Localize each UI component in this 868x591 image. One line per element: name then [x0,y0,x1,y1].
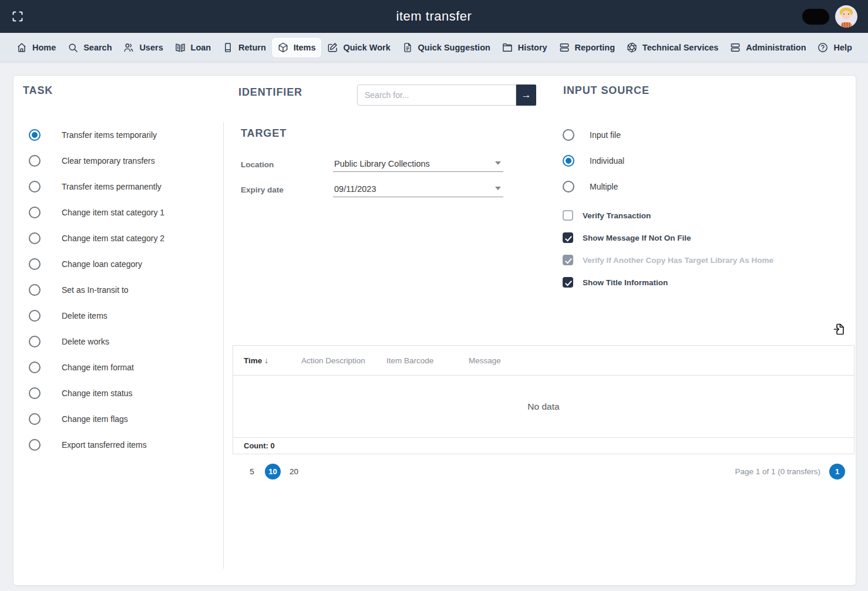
nav-label: Users [139,43,163,52]
location-value: Public Library Collections [334,159,430,168]
pagination-status: Page 1 of 1 (0 transfers) [735,467,820,476]
task-option-change-item-flags[interactable]: Change item flags [23,406,223,432]
nav-item-home[interactable]: Home [11,38,61,58]
fullscreen-icon[interactable] [11,9,26,24]
table-body: No data [233,376,854,437]
server-icon [729,42,741,53]
nav-label: Return [238,43,266,52]
nav-item-technical-services[interactable]: Technical Services [621,38,724,58]
task-option-set-as-in-transit-to[interactable]: Set as In-transit to [23,277,223,303]
input-source-label: Multiple [590,182,618,191]
location-field-row: Location Public Library Collections [241,147,536,172]
task-option-change-item-format[interactable]: Change item format [23,354,223,380]
location-select[interactable]: Public Library Collections [333,159,503,172]
radio-icon [29,129,41,141]
main-nav: Home Search Users Loan Return Items Quic… [0,33,868,62]
task-option-change-item-stat-category-2[interactable]: Change item stat category 2 [23,225,223,251]
input-source-option-input-file[interactable]: Input file [563,122,854,148]
task-option-change-loan-category[interactable]: Change loan category [23,251,223,277]
nav-item-quick-work[interactable]: Quick Work [321,38,395,58]
nav-label: Help [833,43,852,52]
task-option-label: Change item flags [62,414,128,424]
task-option-change-item-stat-category-1[interactable]: Change item stat category 1 [23,200,223,225]
avatar-face [842,11,851,19]
task-option-label: Change item stat category 2 [62,234,164,243]
input-source-option-multiple[interactable]: Multiple [563,174,854,200]
radio-icon [29,362,41,373]
show-title-information-checkbox[interactable]: Show Title Information [563,271,854,293]
checkbox-label: Verify Transaction [583,211,651,220]
expiry-date-select[interactable]: 09/11/2023 [333,184,503,197]
page-size-10-selected[interactable]: 10 [265,464,281,479]
input-source-options: Input file Individual Multiple [563,122,854,200]
task-option-clear-temporary-transfers[interactable]: Clear temporary transfers [23,148,223,174]
location-label: Location [241,160,333,172]
column-header-action-description: Action Description [301,356,386,365]
radio-icon [29,413,41,425]
task-section: TASK Transfer items temporarily Clear te… [14,76,223,585]
target-heading: TARGET [241,127,536,140]
task-option-label: Change item stat category 1 [62,208,164,217]
expiry-date-label: Expiry date [241,185,333,197]
checkbox-icon [563,232,573,243]
sort-desc-icon: ↓ [264,356,268,365]
table-header-row: Time↓ Action Description Item Barcode Me… [233,346,854,376]
radio-icon [29,207,41,218]
verify-transaction-checkbox[interactable]: Verify Transaction [563,204,854,227]
task-option-transfer-items-temporarily[interactable]: Transfer items temporarily [23,122,223,148]
column-header-time[interactable]: Time↓ [233,356,301,365]
cube-icon [277,42,289,53]
column-divider [223,122,224,569]
radio-icon [563,181,574,193]
input-source-section: INPUT SOURCE Input file Individual Multi… [563,85,854,310]
nav-label: Reporting [575,43,615,52]
book-open-icon [174,42,186,53]
export-file-icon[interactable] [832,322,846,336]
task-heading: TASK [23,85,223,97]
task-option-transfer-items-permanently[interactable]: Transfer items permanently [23,174,223,200]
verify-if-another-copy-has-target-library-as-home-checkbox: Verify If Another Copy Has Target Librar… [563,249,854,271]
checkbox-label: Verify If Another Copy Has Target Librar… [583,256,773,265]
page-size-5[interactable]: 5 [248,467,256,476]
radio-icon [29,387,41,399]
show-message-if-not-on-file-checkbox[interactable]: Show Message If Not On File [563,227,854,249]
main-region: IDENTIFIER → TARGET Location Public Libr… [223,76,856,585]
column-header-item-barcode: Item Barcode [386,356,469,365]
transfer-log-table: Time↓ Action Description Item Barcode Me… [233,345,854,454]
nav-item-users[interactable]: Users [117,38,168,58]
input-source-label: Individual [590,156,624,166]
task-option-export-transferred-items[interactable]: Export tansferred items [23,432,223,458]
task-option-change-item-status[interactable]: Change item status [23,380,223,406]
nav-item-administration[interactable]: Administration [724,38,811,58]
nav-item-loan[interactable]: Loan [169,38,217,58]
task-option-label: Transfer items permanently [62,182,162,191]
avatar-eyes [843,13,849,15]
search-input[interactable] [357,85,516,106]
nav-item-return[interactable]: Return [217,38,271,58]
nav-item-history[interactable]: History [496,38,553,58]
task-option-label: Transfer items temporarily [62,130,157,140]
username-badge [802,9,829,25]
input-source-option-individual[interactable]: Individual [563,148,854,174]
nav-item-reporting[interactable]: Reporting [553,38,620,58]
nav-item-quick-suggestion[interactable]: Quick Suggestion [396,38,496,58]
nav-label: Loan [191,43,211,52]
nav-item-items[interactable]: Items [272,38,321,58]
nav-label: Technical Services [642,43,719,52]
home-icon [16,42,28,53]
avatar[interactable] [835,5,857,28]
search-submit-button[interactable]: → [516,85,536,106]
current-page-button[interactable]: 1 [829,464,845,479]
nav-item-search[interactable]: Search [62,38,117,58]
column-header-message: Message [469,356,501,365]
radio-icon [563,129,574,141]
nav-label: Home [32,43,56,52]
radio-icon [29,310,41,322]
task-option-delete-works[interactable]: Delete works [23,329,223,354]
task-option-delete-items[interactable]: Delete items [23,303,223,329]
nav-item-help[interactable]: Help [812,38,857,58]
task-option-label: Delete items [62,311,107,320]
users-icon [123,42,134,53]
radio-icon [29,155,41,167]
page-size-20[interactable]: 20 [290,467,298,476]
